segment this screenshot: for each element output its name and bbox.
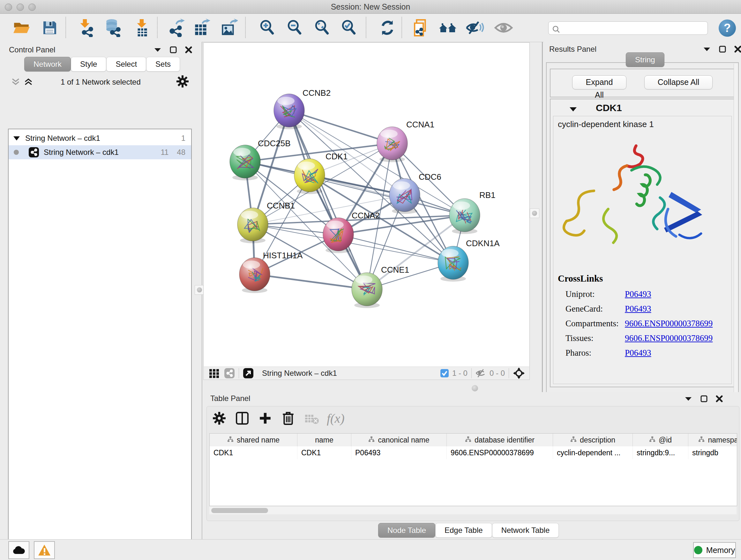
close-panel-icon[interactable] bbox=[185, 46, 192, 53]
column-header-name[interactable]: name bbox=[297, 434, 351, 446]
table-hscrollbar[interactable] bbox=[209, 507, 737, 514]
network-collection-row[interactable]: String Network – cdk1 1 bbox=[9, 131, 191, 145]
network-node-cdkn1a[interactable] bbox=[438, 246, 468, 282]
tab-select[interactable]: Select bbox=[106, 57, 146, 71]
export-table-button[interactable] bbox=[192, 18, 211, 37]
network-grid-view-icon[interactable] bbox=[209, 368, 219, 379]
network-node-hist1h1a[interactable] bbox=[239, 258, 270, 293]
table-cell[interactable]: stringdb bbox=[688, 446, 737, 459]
column-header-canonical-name[interactable]: canonical name bbox=[351, 434, 447, 446]
save-session-button[interactable] bbox=[40, 18, 59, 37]
gene-expander-icon[interactable] bbox=[569, 106, 577, 112]
open-session-button[interactable] bbox=[12, 18, 31, 37]
close-panel-icon[interactable] bbox=[734, 46, 741, 53]
title-bar[interactable]: Session: New Session bbox=[0, 0, 741, 14]
column-header-database-identifier[interactable]: database identifier bbox=[447, 434, 553, 446]
tab-string[interactable]: String bbox=[626, 52, 664, 67]
tab-style[interactable]: Style bbox=[71, 57, 106, 71]
network-node-rb1[interactable] bbox=[449, 199, 480, 234]
show-all-button[interactable] bbox=[494, 18, 513, 37]
horizontal-splitter-handle[interactable] bbox=[472, 385, 478, 391]
float-panel-icon[interactable] bbox=[719, 46, 726, 53]
crosslink-link[interactable]: P06493 bbox=[625, 289, 651, 299]
import-network-file-button[interactable] bbox=[76, 18, 95, 37]
gene-detail-box: cyclin-dependent kinase 1 bbox=[553, 116, 732, 384]
search-input[interactable] bbox=[548, 21, 708, 35]
network-share-view-icon[interactable] bbox=[224, 368, 235, 379]
right-splitter-handle[interactable] bbox=[530, 208, 539, 218]
collapse-all-button[interactable]: Collapse All bbox=[644, 75, 713, 89]
table-settings-gear-icon[interactable] bbox=[212, 412, 226, 425]
table-cell[interactable]: stringdb:9... bbox=[633, 446, 688, 459]
add-column-icon[interactable] bbox=[259, 412, 272, 425]
float-panel-icon[interactable] bbox=[700, 395, 708, 402]
tree-expander-icon[interactable] bbox=[13, 136, 20, 141]
float-panel-icon[interactable] bbox=[170, 46, 177, 53]
network-graph[interactable]: CCNB2CCNA1CDC25BCDK1CDC6RB1CCNB1CCNA2CDK… bbox=[204, 43, 529, 367]
results-scrollbar[interactable] bbox=[734, 64, 738, 393]
crosslink-link[interactable]: 9606.ENSP00000378699 bbox=[625, 319, 713, 328]
network-canvas[interactable]: CCNB2CCNA1CDC25BCDK1CDC6RB1CCNB1CCNA2CDK… bbox=[203, 43, 530, 367]
node-table[interactable]: shared namenamecanonical namedatabase id… bbox=[209, 433, 737, 506]
hide-selected-button[interactable] bbox=[465, 18, 484, 37]
network-node-ccnb1[interactable] bbox=[238, 208, 268, 243]
export-image-button[interactable] bbox=[219, 18, 238, 37]
tab-edge-table[interactable]: Edge Table bbox=[435, 523, 492, 538]
table-hscrollbar-thumb[interactable] bbox=[211, 508, 268, 513]
network-node-cdc6[interactable] bbox=[389, 179, 420, 214]
crosslink-link[interactable]: P06493 bbox=[625, 304, 651, 314]
memory-button[interactable]: Memory bbox=[693, 542, 736, 558]
column-header-description[interactable]: description bbox=[553, 434, 633, 446]
table-cell[interactable]: P06493 bbox=[351, 446, 447, 459]
network-options-gear-icon[interactable] bbox=[176, 75, 189, 88]
network-node-ccna1[interactable] bbox=[377, 127, 408, 162]
panel-menu-icon[interactable] bbox=[684, 396, 692, 401]
network-node-ccne1[interactable] bbox=[352, 273, 382, 308]
clone-network-button[interactable] bbox=[412, 18, 431, 37]
tab-network-table[interactable]: Network Table bbox=[492, 523, 559, 538]
zoom-fit-button[interactable] bbox=[313, 18, 332, 37]
zoom-out-button[interactable] bbox=[285, 18, 305, 37]
table-row[interactable]: CDK1CDK1P064939606.ENSP00000378699cyclin… bbox=[210, 446, 737, 459]
expand-all-icon[interactable] bbox=[23, 77, 33, 86]
panel-menu-icon[interactable] bbox=[703, 47, 711, 52]
crosslink-link[interactable]: P06493 bbox=[625, 348, 651, 358]
delete-column-trash-icon[interactable] bbox=[281, 411, 295, 425]
apply-style-refresh-button[interactable] bbox=[378, 18, 397, 37]
import-table-file-button[interactable] bbox=[132, 18, 151, 37]
network-edge[interactable] bbox=[289, 111, 392, 143]
column-header--id[interactable]: @id bbox=[633, 434, 688, 446]
crosslink-link[interactable]: 9606.ENSP00000378699 bbox=[625, 333, 713, 343]
table-cell[interactable]: 9606.ENSP00000378699 bbox=[447, 446, 553, 459]
table-cell[interactable]: CDK1 bbox=[297, 446, 351, 459]
birdseye-crosshair-icon[interactable] bbox=[513, 367, 525, 379]
expand-all-button[interactable]: Expand All bbox=[572, 75, 626, 89]
zoom-selected-button[interactable] bbox=[340, 18, 359, 37]
show-columns-icon[interactable] bbox=[235, 412, 249, 425]
export-network-button[interactable] bbox=[166, 18, 185, 37]
tab-sets[interactable]: Sets bbox=[146, 57, 180, 71]
zoom-in-button[interactable] bbox=[258, 18, 277, 37]
node-label: CCNE1 bbox=[381, 265, 409, 274]
tab-node-table[interactable]: Node Table bbox=[378, 523, 435, 538]
column-header-namespac[interactable]: namespac bbox=[688, 434, 737, 446]
table-cell[interactable]: cyclin-dependent ... bbox=[553, 446, 633, 459]
column-header-shared-name[interactable]: shared name bbox=[210, 434, 297, 446]
first-neighbors-button[interactable] bbox=[439, 18, 458, 37]
network-node-ccnb2[interactable] bbox=[274, 94, 305, 129]
tab-network[interactable]: Network bbox=[24, 57, 71, 71]
cloud-status-button[interactable] bbox=[8, 541, 29, 559]
network-edge[interactable] bbox=[289, 111, 367, 289]
collapse-all-icon[interactable] bbox=[11, 77, 20, 86]
network-node-cdc25b[interactable] bbox=[230, 145, 260, 180]
help-button[interactable]: ? bbox=[719, 19, 736, 37]
close-panel-icon[interactable] bbox=[716, 395, 723, 402]
table-cell[interactable]: CDK1 bbox=[210, 446, 297, 459]
panel-menu-icon[interactable] bbox=[154, 47, 161, 52]
detach-view-icon[interactable] bbox=[243, 368, 254, 379]
import-network-database-button[interactable] bbox=[103, 18, 122, 37]
warnings-button[interactable] bbox=[34, 541, 55, 559]
left-splitter-handle[interactable] bbox=[195, 285, 204, 295]
network-edge[interactable] bbox=[255, 274, 367, 289]
network-row[interactable]: String Network – cdk1 11 48 bbox=[9, 145, 191, 159]
